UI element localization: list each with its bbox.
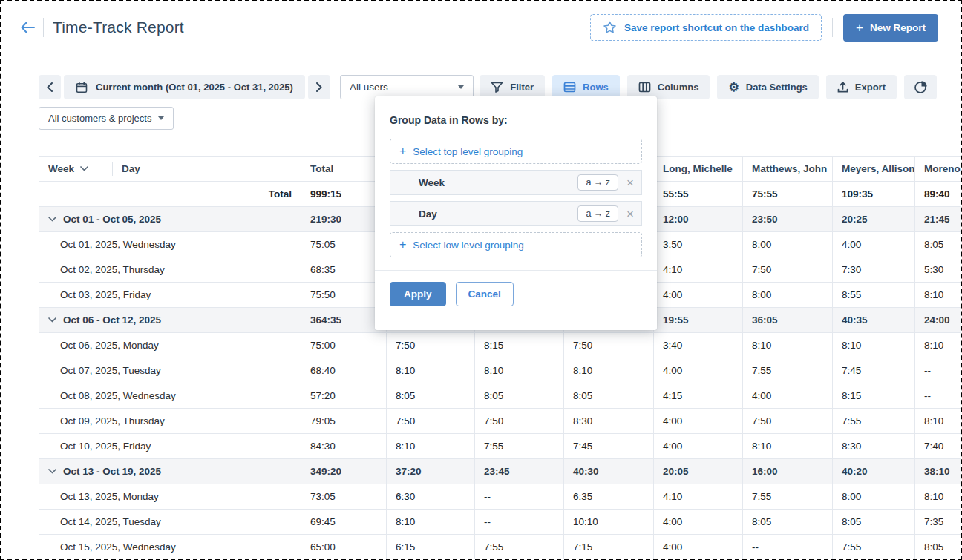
time-cell: 8:00 — [833, 484, 915, 510]
time-cell: 7:50 — [743, 257, 833, 283]
remove-grouping-icon[interactable]: × — [626, 208, 634, 220]
time-cell: 40:35 — [833, 308, 915, 333]
collapse-caret-icon[interactable] — [48, 469, 56, 474]
column-header-long-michelle: Long, Michelle — [654, 157, 743, 182]
export-icon — [837, 82, 848, 93]
date-range-label: Current month (Oct 01, 2025 - Oct 31, 20… — [96, 82, 293, 93]
time-cell: 21:45 — [915, 207, 961, 232]
time-cell: 36:05 — [743, 308, 833, 333]
grouping-row-day[interactable]: Daya → z× — [390, 201, 642, 226]
day-row-label: Oct 08, 2025, Wednesday — [39, 383, 301, 409]
time-cell: 8:05 — [387, 383, 475, 409]
cancel-button[interactable]: Cancel — [456, 282, 514, 306]
chart-view-button[interactable] — [904, 75, 937, 99]
time-cell: 8:10 — [564, 358, 654, 383]
time-cell: -- — [475, 484, 564, 510]
time-cell: 219:30 — [301, 207, 387, 232]
time-cell: 65:00 — [301, 535, 387, 560]
time-cell: 109:35 — [833, 182, 915, 207]
select-low-level-grouping[interactable]: + Select low level grouping — [390, 232, 642, 257]
time-cell: 8:10 — [743, 333, 833, 358]
time-cell: 79:05 — [301, 409, 387, 434]
time-cell: -- — [475, 510, 564, 535]
save-report-shortcut-label: Save report shortcut on the dashboard — [624, 22, 809, 33]
new-report-label: New Report — [870, 22, 926, 33]
time-cell: 55:55 — [654, 182, 743, 207]
apply-button[interactable]: Apply — [390, 282, 446, 306]
time-cell: 999:15 — [301, 182, 387, 207]
time-cell: 7:50 — [387, 333, 475, 358]
column-header-week-day: WeekDay — [39, 157, 301, 182]
time-cell: 7:55 — [475, 434, 564, 459]
time-cell: 4:00 — [654, 510, 743, 535]
time-cell: 7:45 — [564, 434, 654, 459]
sort-direction-chip[interactable]: a → z — [577, 205, 618, 222]
time-cell: 24:00 — [915, 308, 961, 333]
time-cell: 8:10 — [915, 283, 961, 308]
time-cell: 19:55 — [654, 308, 743, 333]
time-cell: 8:15 — [475, 333, 564, 358]
sort-direction-chip[interactable]: a → z — [577, 174, 618, 191]
time-cell: 8:10 — [387, 510, 475, 535]
plus-icon: + — [399, 238, 406, 251]
select-low-level-grouping-label: Select low level grouping — [413, 240, 523, 251]
day-row-label: Oct 07, 2025, Tuesday — [39, 358, 301, 383]
app-header: Time-Track Report Save report shortcut o… — [1, 1, 961, 40]
next-period-button[interactable] — [308, 75, 330, 99]
time-cell: 10:10 — [564, 510, 654, 535]
day-row-label: Oct 14, 2025, Tuesday — [39, 510, 301, 535]
prev-period-button[interactable] — [39, 75, 61, 99]
time-cell: -- — [915, 358, 961, 383]
time-cell: 4:00 — [743, 383, 833, 409]
pie-chart-icon — [914, 80, 928, 94]
caret-down-icon — [458, 85, 464, 89]
column-header-week: Week — [48, 163, 74, 174]
remove-grouping-icon[interactable]: × — [626, 177, 634, 189]
grouping-row-week[interactable]: Weeka → z× — [390, 170, 642, 195]
time-cell: 38:10 — [915, 459, 961, 484]
day-row: Oct 09, 2025, Thursday79:057:507:508:304… — [39, 409, 961, 434]
save-report-shortcut-button[interactable]: Save report shortcut on the dashboard — [590, 14, 822, 41]
time-cell: 7:45 — [833, 358, 915, 383]
time-cell: 84:30 — [301, 434, 387, 459]
time-track-report-page: Time-Track Report Save report shortcut o… — [0, 0, 962, 560]
rows-icon — [563, 82, 576, 93]
time-cell: 8:05 — [564, 383, 654, 409]
popup-title: Group Data in Rows by: — [390, 114, 642, 126]
day-row: Oct 15, 2025, Wednesday65:006:157:557:15… — [39, 535, 961, 560]
time-cell: 8:05 — [475, 383, 564, 409]
time-cell: 6:30 — [387, 484, 475, 510]
time-cell: 8:55 — [833, 283, 915, 308]
time-cell: 7:55 — [743, 484, 833, 510]
select-top-level-grouping[interactable]: + Select top level grouping — [390, 139, 642, 164]
time-cell: 8:05 — [915, 535, 961, 560]
data-settings-label: Data Settings — [746, 82, 808, 93]
day-row-label: Oct 06, 2025, Monday — [39, 333, 301, 358]
day-row-label: Oct 02, 2025, Thursday — [39, 257, 301, 283]
popup-divider — [375, 270, 657, 271]
column-header-day: Day — [122, 163, 140, 174]
time-cell: 7:50 — [564, 333, 654, 358]
time-cell: 40:20 — [833, 459, 915, 484]
time-cell: 4:00 — [654, 535, 743, 560]
date-range-button[interactable]: Current month (Oct 01, 2025 - Oct 31, 20… — [64, 75, 305, 99]
day-row-label: Oct 15, 2025, Wednesday — [39, 535, 301, 560]
time-cell: 20:25 — [833, 207, 915, 232]
export-button[interactable]: Export — [826, 75, 897, 99]
time-cell: 75:05 — [301, 232, 387, 257]
day-row-label: Oct 03, 2025, Friday — [39, 283, 301, 308]
collapse-caret-icon[interactable] — [48, 317, 56, 323]
week-caret-down-icon[interactable] — [80, 166, 88, 171]
customers-projects-select[interactable]: All customers & projects — [39, 107, 174, 130]
calendar-icon — [76, 82, 88, 93]
time-cell: 7:35 — [915, 510, 961, 535]
customers-projects-value: All customers & projects — [48, 113, 151, 124]
collapse-caret-icon[interactable] — [48, 217, 56, 222]
time-cell: 8:10 — [387, 434, 475, 459]
new-report-button[interactable]: + New Report — [843, 14, 938, 42]
back-button[interactable] — [18, 18, 37, 37]
day-row-label: Oct 09, 2025, Thursday — [39, 409, 301, 434]
time-cell: 12:00 — [654, 207, 743, 232]
data-settings-button[interactable]: ⚙ Data Settings — [717, 75, 818, 99]
select-top-level-grouping-label: Select top level grouping — [413, 146, 523, 157]
